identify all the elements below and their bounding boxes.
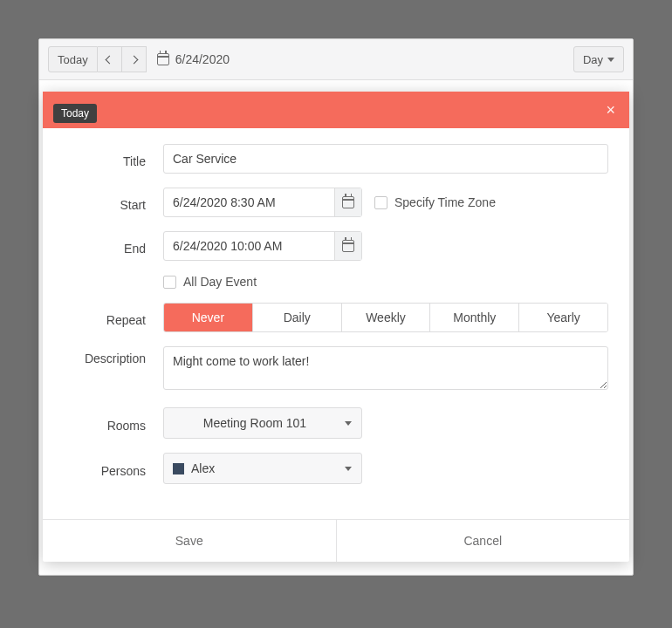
today-tooltip: Today: [53, 104, 97, 123]
dialog-body: Title Start Specify Time Zone En: [43, 128, 629, 519]
chevron-down-icon: [607, 58, 614, 62]
rooms-selected-value: Meeting Room 101: [203, 416, 306, 430]
repeat-option-never[interactable]: Never: [164, 304, 252, 331]
repeat-segmented-control: Never Daily Weekly Monthly Yearly: [163, 303, 608, 332]
dialog-header: nt ×: [43, 92, 629, 128]
save-button[interactable]: Save: [43, 520, 337, 562]
repeat-option-daily[interactable]: Daily: [252, 304, 341, 331]
rooms-select[interactable]: Meeting Room 101: [163, 407, 362, 439]
chevron-right-icon: [129, 55, 138, 64]
current-date-display[interactable]: 6/24/2020: [157, 52, 230, 66]
calendar-app: Today 6/24/2020 Day Today nt × Title Sta…: [38, 38, 634, 576]
title-label: Title: [64, 149, 163, 168]
allday-checkbox[interactable]: [163, 276, 176, 289]
view-selector-label: Day: [583, 53, 603, 66]
calendar-toolbar: Today 6/24/2020 Day: [39, 39, 633, 80]
start-datetime-field: [163, 188, 362, 217]
close-button[interactable]: ×: [606, 101, 615, 119]
repeat-option-monthly[interactable]: Monthly: [429, 304, 518, 331]
view-selector[interactable]: Day: [573, 46, 624, 72]
event-editor-dialog: nt × Title Start Specify Time Zone: [43, 92, 629, 562]
today-button[interactable]: Today: [48, 46, 98, 72]
timezone-label: Specify Time Zone: [394, 195, 496, 209]
chevron-down-icon: [345, 467, 352, 471]
cancel-button[interactable]: Cancel: [337, 520, 630, 562]
end-label: End: [64, 236, 163, 256]
title-input[interactable]: [163, 144, 608, 174]
chevron-left-icon: [105, 55, 113, 64]
timezone-checkbox[interactable]: [374, 196, 387, 209]
start-label: Start: [64, 193, 163, 212]
persons-label: Persons: [64, 459, 163, 478]
repeat-option-weekly[interactable]: Weekly: [341, 304, 430, 331]
description-label: Description: [64, 346, 163, 365]
dialog-footer: Save Cancel: [43, 519, 629, 562]
end-datetime-input[interactable]: [164, 232, 334, 260]
current-date-text: 6/24/2020: [175, 52, 230, 66]
person-color-swatch-icon: [173, 463, 184, 474]
chevron-down-icon: [345, 421, 352, 426]
calendar-icon: [342, 196, 354, 208]
repeat-option-yearly[interactable]: Yearly: [518, 304, 607, 331]
start-datetime-input[interactable]: [164, 188, 334, 216]
persons-select[interactable]: Alex: [163, 453, 362, 484]
end-date-picker-button[interactable]: [334, 232, 361, 260]
calendar-icon: [157, 53, 169, 65]
persons-selected-value: Alex: [191, 461, 215, 475]
end-datetime-field: [163, 231, 362, 261]
calendar-icon: [342, 240, 354, 252]
repeat-label: Repeat: [64, 308, 163, 327]
prev-button[interactable]: [98, 46, 122, 72]
description-input[interactable]: [163, 346, 608, 390]
start-date-picker-button[interactable]: [334, 188, 361, 216]
allday-label: All Day Event: [183, 275, 257, 289]
rooms-label: Rooms: [64, 413, 163, 433]
next-button[interactable]: [122, 46, 147, 72]
